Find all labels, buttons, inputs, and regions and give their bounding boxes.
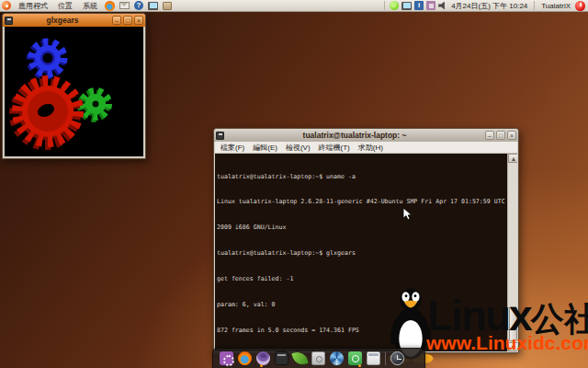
running-indicator xyxy=(358,364,361,367)
mail-launcher-icon[interactable] xyxy=(119,2,130,9)
terminal-window-icon xyxy=(216,132,224,140)
glxgears-maximize-button[interactable]: □ xyxy=(123,16,132,25)
clock-applet[interactable]: 4月24日(五) 下午 10:24 xyxy=(449,1,529,11)
terminal-menu-terminal[interactable]: 終端機(T) xyxy=(319,143,350,153)
glxgears-minimize-button[interactable]: – xyxy=(112,16,121,25)
terminal-menu-view[interactable]: 檢視(V) xyxy=(286,143,311,153)
package-search-icon[interactable] xyxy=(348,351,362,365)
window-app-icon[interactable] xyxy=(367,351,380,365)
terminal-body[interactable]: tualatrix@tualatrix-laptop:~$ uname -a L… xyxy=(215,154,517,351)
scroll-up-icon[interactable] xyxy=(508,154,517,163)
swirl-app-icon[interactable] xyxy=(330,351,344,365)
terminal-menu-edit[interactable]: 編輯(E) xyxy=(253,143,277,153)
tray-separator xyxy=(384,1,385,10)
terminal-line: tualatrix@tualatrix-laptop:~$ glxgears xyxy=(217,249,505,258)
terminal-line: 872 frames in 5.0 seconds = 174.361 FPS xyxy=(217,327,505,335)
dock-separator xyxy=(385,352,386,365)
panel-left: 應用程式 位置 系統 xyxy=(0,0,172,11)
panel-tray: 4月24日(五) 下午 10:24 TualatriX xyxy=(382,0,588,11)
scrollbar-thumb[interactable] xyxy=(509,306,517,341)
firefox-launcher-icon[interactable] xyxy=(105,1,115,11)
dock xyxy=(212,348,425,368)
terminal-menubar: 檔案(F) 編輯(E) 檢視(V) 終端機(T) 求助(H) xyxy=(215,142,517,154)
power-icon[interactable] xyxy=(575,1,585,11)
screen-launcher-icon[interactable] xyxy=(148,2,158,10)
glxgears-window: glxgears – □ × xyxy=(2,13,146,159)
terminal-close-button[interactable]: × xyxy=(507,131,516,140)
glxgears-canvas xyxy=(5,27,143,156)
running-indicator xyxy=(260,364,263,367)
top-panel: 應用程式 位置 系統 4月24日(五) 下午 10:24 TualatriX xyxy=(0,0,588,12)
menu-system[interactable]: 系統 xyxy=(80,1,100,11)
scroll-down-icon[interactable] xyxy=(508,342,517,351)
terminal-menu-help[interactable]: 求助(H) xyxy=(358,143,383,153)
terminal-menu-file[interactable]: 檔案(F) xyxy=(220,143,244,153)
terminal-line: 2009 i686 GNU/Linux xyxy=(217,224,505,232)
brand-cjk-text: 公社 xyxy=(531,300,588,338)
terminal-minimize-button[interactable]: – xyxy=(485,131,494,140)
terminal-window-title: tualatrix@tualatrix-laptop: ~ xyxy=(226,131,483,140)
glxgears-close-button[interactable]: × xyxy=(134,16,143,25)
terminal-maximize-button[interactable]: □ xyxy=(496,131,505,140)
terminal-line: Linux tualatrix-laptop 2.6.28-11-generic… xyxy=(217,198,505,206)
disk-utility-icon[interactable] xyxy=(311,351,325,365)
ubuntu-tweak-icon[interactable] xyxy=(220,351,233,365)
input-method-i-icon[interactable] xyxy=(414,1,424,10)
desktop: 應用程式 位置 系統 4月24日(五) 下午 10:24 TualatriX g… xyxy=(0,0,588,368)
update-manager-icon[interactable] xyxy=(390,1,399,10)
terminal-output: tualatrix@tualatrix-laptop:~$ uname -a L… xyxy=(217,155,505,350)
user-separator xyxy=(534,1,535,10)
input-method-icon[interactable] xyxy=(426,1,435,10)
ubuntu-menu-icon[interactable] xyxy=(2,1,11,10)
user-switcher[interactable]: TualatriX xyxy=(539,2,572,10)
terminal-dock-icon[interactable] xyxy=(275,351,288,365)
files-launcher-icon[interactable] xyxy=(163,2,172,10)
help-launcher-icon[interactable] xyxy=(134,1,143,10)
terminal-line: param: 6, val: 0 xyxy=(217,301,505,309)
menu-places[interactable]: 位置 xyxy=(55,1,75,11)
terminal-scrollbar[interactable] xyxy=(507,154,517,351)
glxgears-window-icon xyxy=(5,17,13,25)
terminal-line: tualatrix@tualatrix-laptop:~$ uname -a xyxy=(217,173,505,181)
terminal-line: get fences failed: -1 xyxy=(217,275,505,283)
mouse-cursor xyxy=(402,207,413,221)
menu-applications[interactable]: 應用程式 xyxy=(16,1,51,11)
display-tray-icon[interactable] xyxy=(401,2,412,10)
leaf-app-icon[interactable] xyxy=(291,350,308,366)
volume-icon[interactable] xyxy=(438,2,447,10)
gears-graphic xyxy=(5,27,143,156)
terminal-window: tualatrix@tualatrix-laptop: ~ – □ × 檔案(F… xyxy=(213,128,519,353)
glxgears-titlebar[interactable]: glxgears – □ × xyxy=(3,14,145,27)
glxgears-window-title: glxgears xyxy=(15,16,110,25)
pidgin-icon[interactable] xyxy=(256,351,270,365)
terminal-titlebar[interactable]: tualatrix@tualatrix-laptop: ~ – □ × xyxy=(214,129,518,142)
firefox-dock-icon[interactable] xyxy=(238,351,252,365)
clock-dock-icon[interactable] xyxy=(390,351,404,365)
